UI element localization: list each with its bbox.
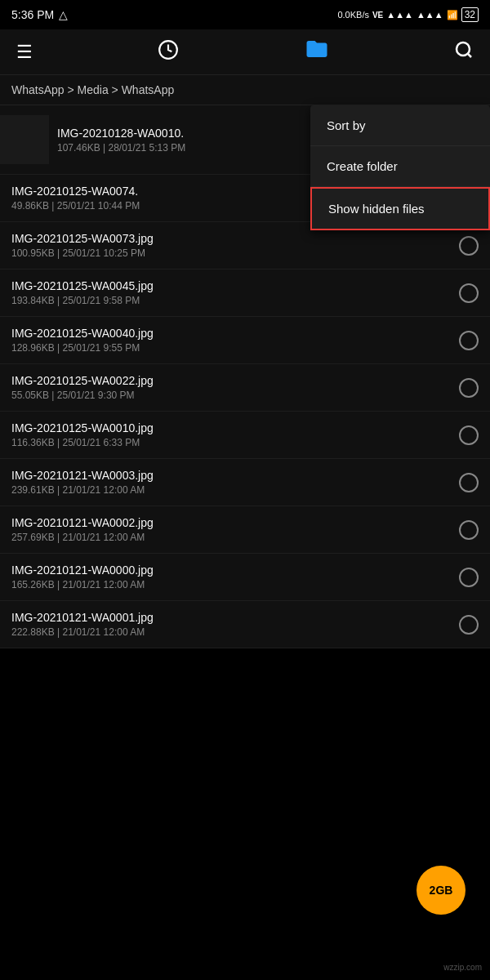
file-name: IMG-20210125-WA0010.jpg [11,421,452,434]
file-info: IMG-20210125-WA0073.jpg 100.95KB | 25/01… [11,232,452,259]
file-info: IMG-20210125-WA0010.jpg 116.36KB | 25/01… [11,421,452,448]
file-select-checkbox[interactable] [459,331,479,350]
file-select-checkbox[interactable] [459,425,479,445]
svg-line-2 [468,53,471,56]
file-name: IMG-20210125-WA0022.jpg [11,374,452,387]
file-thumbnail [0,115,49,164]
list-item[interactable]: IMG-20210125-WA0010.jpg 116.36KB | 25/01… [0,412,490,459]
file-select-checkbox[interactable] [459,568,479,587]
list-item[interactable]: IMG-20210125-WA0040.jpg 128.96KB | 25/01… [0,317,490,364]
file-meta: 257.69KB | 21/01/21 12:00 AM [11,532,452,543]
fab-button[interactable]: 2GB [416,866,466,915]
file-select-checkbox[interactable] [459,473,479,492]
file-meta: 193.84KB | 25/01/21 9:58 PM [11,295,452,306]
file-meta: 116.36KB | 25/01/21 6:33 PM [11,437,452,448]
file-meta: 128.96KB | 25/01/21 9:55 PM [11,342,452,354]
folder-button[interactable] [305,37,329,67]
file-select-checkbox[interactable] [459,615,479,635]
file-info: IMG-20210121-WA0000.jpg 165.26KB | 21/01… [11,564,452,590]
file-name: IMG-20210125-WA0073.jpg [11,232,452,245]
file-info: IMG-20210121-WA0001.jpg 222.88KB | 21/01… [11,611,452,638]
file-select-checkbox[interactable] [459,520,479,540]
list-item[interactable]: IMG-20210125-WA0045.jpg 193.84KB | 25/01… [0,270,490,317]
wifi-icon: 📶 [447,10,458,20]
file-select-checkbox[interactable] [459,236,479,256]
dropdown-menu: Sort byCreate folderShow hidden files [310,105,490,230]
network-type: VE [372,11,383,20]
svg-point-1 [457,42,470,56]
list-item[interactable]: IMG-20210125-WA0022.jpg 55.05KB | 25/01/… [0,364,490,412]
dropdown-menu-item[interactable]: Sort by [310,105,490,146]
file-name: IMG-20210121-WA0003.jpg [11,469,452,482]
dropdown-menu-item[interactable]: Show hidden files [310,187,490,230]
file-info: IMG-20210121-WA0003.jpg 239.61KB | 21/01… [11,469,452,496]
file-info: IMG-20210121-WA0002.jpg 257.69KB | 21/01… [11,516,452,543]
drive-icon: △ [59,8,68,21]
watermark: wzzip.com [443,963,482,972]
file-info: IMG-20210125-WA0045.jpg 193.84KB | 25/01… [11,279,452,306]
list-item[interactable]: IMG-20210121-WA0002.jpg 257.69KB | 21/01… [0,506,490,554]
breadcrumb: WhatsApp > Media > WhatsApp [0,75,490,105]
battery-icon: 32 [461,7,479,22]
toolbar: ☰ [0,29,490,75]
file-info: IMG-20210125-WA0022.jpg 55.05KB | 25/01/… [11,374,452,401]
list-item[interactable]: IMG-20210121-WA0001.jpg 222.88KB | 21/01… [0,601,490,648]
dropdown-menu-item[interactable]: Create folder [310,146,490,187]
menu-button[interactable]: ☰ [16,42,33,63]
file-name: IMG-20210125-WA0040.jpg [11,327,452,340]
history-button[interactable] [158,39,179,65]
status-bar: 5:36 PM △ 0.0KB/s VE ▲▲▲ ▲▲▲ 📶 32 [0,0,490,29]
network-speed: 0.0KB/s [337,10,369,20]
signal-icon: ▲▲▲ [386,10,413,20]
list-item[interactable]: IMG-20210121-WA0003.jpg 239.61KB | 21/01… [0,459,490,506]
file-name: IMG-20210121-WA0000.jpg [11,564,452,577]
time-display: 5:36 PM [11,8,54,21]
status-right: 0.0KB/s VE ▲▲▲ ▲▲▲ 📶 32 [337,7,479,22]
file-name: IMG-20210121-WA0002.jpg [11,516,452,529]
file-info: IMG-20210125-WA0040.jpg 128.96KB | 25/01… [11,327,452,354]
file-select-checkbox[interactable] [459,378,479,398]
status-left: 5:36 PM △ [11,8,68,21]
file-select-checkbox[interactable] [459,283,479,303]
search-button[interactable] [454,40,474,65]
file-meta: 239.61KB | 21/01/21 12:00 AM [11,484,452,496]
file-list: IMG-20210128-WA0010. 107.46KB | 28/01/21… [0,105,490,648]
file-meta: 100.95KB | 25/01/21 10:25 PM [11,247,452,259]
file-meta: 222.88KB | 21/01/21 12:00 AM [11,626,452,638]
file-name: IMG-20210121-WA0001.jpg [11,611,452,624]
file-meta: 165.26KB | 21/01/21 12:00 AM [11,579,452,590]
file-name: IMG-20210125-WA0045.jpg [11,279,452,292]
list-item[interactable]: IMG-20210121-WA0000.jpg 165.26KB | 21/01… [0,554,490,601]
file-meta: 55.05KB | 25/01/21 9:30 PM [11,390,452,401]
signal-icon-2: ▲▲▲ [416,10,443,20]
